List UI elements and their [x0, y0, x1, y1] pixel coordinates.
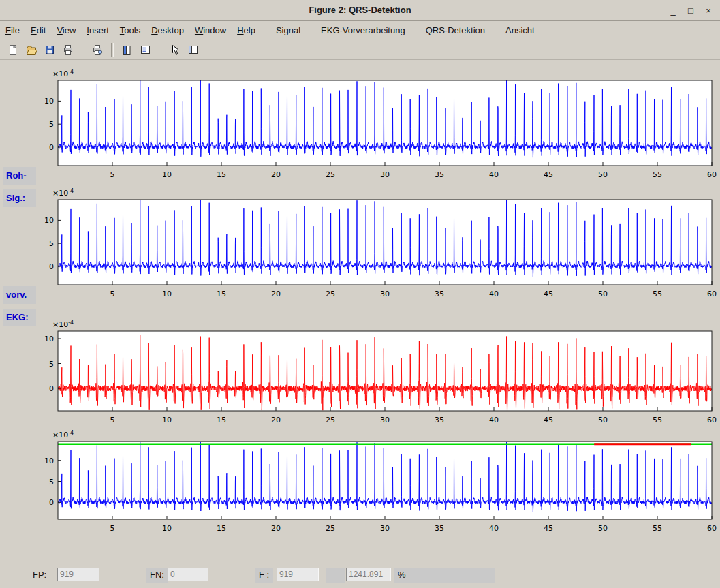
- svg-text:5: 5: [110, 170, 115, 179]
- svg-text:40: 40: [489, 290, 499, 298]
- svg-text:10: 10: [162, 170, 172, 179]
- preprocessed-ecg-plot: 510152025303540455055600510×10-4: [24, 186, 720, 303]
- y-axis-exponent-label: ×10-4: [52, 69, 74, 78]
- svg-text:50: 50: [598, 524, 608, 533]
- y-axis-exponent-label: ×10-4: [52, 430, 74, 439]
- svg-text:40: 40: [489, 170, 499, 179]
- menu-ansicht[interactable]: Ansicht: [500, 21, 540, 40]
- qrs-detection-axes: 510152025303540455055600510×10-4: [24, 318, 720, 429]
- print-preview-button[interactable]: [89, 41, 106, 59]
- svg-text:55: 55: [653, 416, 662, 424]
- menu-ekg-vorverarbeitung[interactable]: EKG-Vorverarbeitung: [315, 21, 411, 40]
- svg-text:0: 0: [49, 384, 54, 393]
- print-figure-button[interactable]: [59, 41, 77, 59]
- menu-tools[interactable]: Tools: [114, 21, 146, 40]
- svg-text:40: 40: [489, 524, 499, 533]
- open-file-button[interactable]: [22, 41, 40, 59]
- edit-plot-button[interactable]: [166, 41, 183, 59]
- maximize-button[interactable]: □: [682, 2, 700, 18]
- insert-legend-button[interactable]: [136, 41, 154, 59]
- svg-text:45: 45: [544, 524, 553, 533]
- plot-browser-icon: [187, 44, 199, 56]
- svg-text:20: 20: [271, 170, 281, 179]
- svg-text:5: 5: [110, 524, 115, 533]
- svg-text:15: 15: [217, 416, 226, 424]
- fn-label: FN:: [146, 568, 168, 583]
- svg-text:50: 50: [598, 170, 608, 179]
- window-controls: _ □ ×: [664, 0, 717, 20]
- f-label: F :: [255, 568, 273, 583]
- svg-text:25: 25: [326, 524, 335, 533]
- svg-text:45: 45: [544, 170, 553, 179]
- raw-ecg-plot: 510152025303540455055600510×10-4: [24, 67, 720, 183]
- svg-text:60: 60: [707, 524, 717, 533]
- svg-text:60: 60: [707, 170, 717, 179]
- svg-text:55: 55: [653, 524, 662, 533]
- menu-window[interactable]: Window: [189, 21, 232, 40]
- svg-text:0: 0: [49, 498, 54, 507]
- toolbar-separator: [159, 43, 161, 57]
- svg-text:35: 35: [435, 290, 444, 298]
- svg-text:50: 50: [598, 416, 608, 424]
- svg-text:5: 5: [110, 290, 115, 298]
- toolbar-separator: [82, 43, 84, 57]
- close-button[interactable]: ×: [700, 2, 717, 18]
- menu-help[interactable]: Help: [232, 21, 261, 40]
- print-figure-icon: [62, 44, 74, 56]
- svg-text:30: 30: [380, 170, 390, 179]
- f-input[interactable]: [277, 568, 319, 581]
- y-axis-exponent-label: ×10-4: [52, 188, 74, 198]
- edit-plot-icon: [168, 44, 181, 56]
- svg-text:30: 30: [380, 416, 390, 424]
- save-figure-icon: [44, 44, 56, 56]
- svg-text:30: 30: [380, 524, 390, 533]
- svg-text:5: 5: [49, 478, 54, 486]
- figure-window: { "window": { "title": "Figure 2: QRS-De…: [0, 0, 720, 588]
- minimize-button[interactable]: _: [664, 2, 682, 18]
- svg-text:60: 60: [707, 290, 717, 298]
- plot-browser-button[interactable]: [184, 41, 202, 59]
- fp-label: FP:: [33, 568, 46, 583]
- svg-text:0: 0: [49, 262, 54, 271]
- menubar: FileEditViewInsertToolsDesktopWindowHelp…: [0, 21, 720, 40]
- svg-text:35: 35: [435, 170, 444, 179]
- svg-text:20: 20: [271, 290, 281, 298]
- menu-view[interactable]: View: [51, 21, 81, 40]
- detected-beats-plot: 510152025303540455055600510×10-4: [24, 428, 720, 537]
- svg-text:20: 20: [271, 416, 281, 424]
- svg-text:35: 35: [435, 416, 444, 424]
- new-figure-button[interactable]: [4, 41, 22, 59]
- raw-ecg-axes: 510152025303540455055600510×10-4: [24, 67, 720, 183]
- percent-label: %: [394, 568, 495, 583]
- fn-input[interactable]: [168, 568, 208, 581]
- menu-qrs-detektion[interactable]: QRS-Detektion: [420, 21, 490, 40]
- menu-edit[interactable]: Edit: [25, 21, 51, 40]
- menu-insert[interactable]: Insert: [81, 21, 114, 40]
- menu-signal[interactable]: Signal: [270, 21, 306, 40]
- qrs-detection-plot: 510152025303540455055600510×10-4: [24, 318, 720, 429]
- insert-legend-icon: [139, 44, 151, 56]
- svg-text:5: 5: [49, 360, 54, 369]
- menu-desktop[interactable]: Desktop: [146, 21, 189, 40]
- svg-text:10: 10: [44, 97, 54, 106]
- menu-file[interactable]: File: [0, 21, 25, 40]
- toolbar: [0, 40, 720, 60]
- svg-text:10: 10: [162, 524, 172, 533]
- preprocessed-ecg-axes: 510152025303540455055600510×10-4: [24, 186, 720, 303]
- svg-text:10: 10: [162, 416, 172, 424]
- svg-text:5: 5: [49, 120, 54, 129]
- titlebar[interactable]: Figure 2: QRS-Detektion _ □ ×: [0, 0, 720, 21]
- y-axis-exponent-label: ×10-4: [52, 320, 74, 329]
- svg-text:25: 25: [326, 290, 335, 298]
- insert-colorbar-icon: [121, 44, 133, 56]
- insert-colorbar-button[interactable]: [118, 41, 136, 59]
- svg-text:5: 5: [110, 416, 115, 424]
- svg-text:10: 10: [44, 457, 54, 465]
- ratio-input[interactable]: [346, 568, 391, 581]
- toolbar-separator: [111, 43, 114, 57]
- svg-text:5: 5: [49, 239, 54, 248]
- svg-text:55: 55: [653, 170, 662, 179]
- window-title: Figure 2: QRS-Detektion: [0, 0, 720, 20]
- fp-input[interactable]: [57, 568, 99, 581]
- save-figure-button[interactable]: [41, 41, 59, 59]
